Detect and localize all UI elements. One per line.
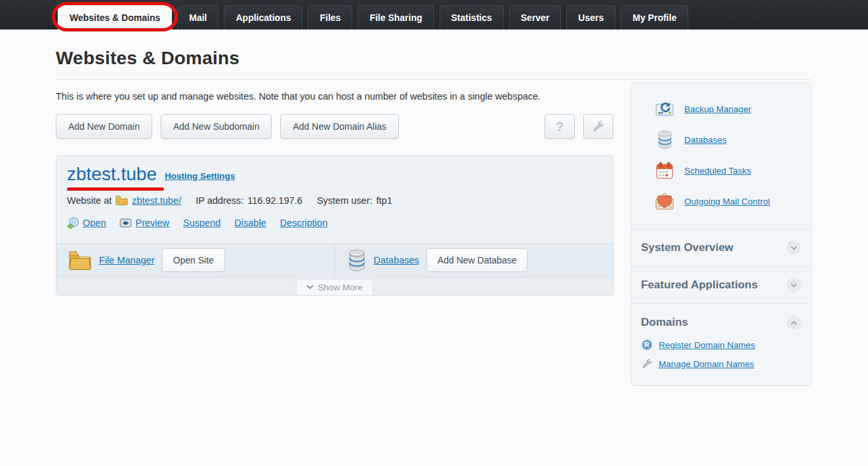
ip-address-label: IP address: [196, 195, 243, 206]
chevron-down-icon [791, 283, 797, 288]
file-manager-link[interactable]: File Manager [99, 255, 155, 265]
tab-label: File Sharing [369, 12, 422, 23]
add-new-domain-alias-button[interactable]: Add New Domain Alias [280, 114, 398, 139]
collapse-button[interactable] [787, 315, 801, 330]
settings-button[interactable] [583, 114, 613, 139]
tab-users[interactable]: Users [566, 5, 615, 29]
tab-file-sharing[interactable]: File Sharing [358, 5, 434, 29]
show-more-label: Show More [318, 282, 362, 292]
manage-domain-names-link[interactable]: Manage Domain Names [659, 359, 754, 369]
tab-server[interactable]: Server [509, 5, 562, 29]
add-new-domain-button[interactable]: Add New Domain [56, 114, 152, 139]
quick-links-panel: Backup Manager Databases Scheduled Tasks [631, 83, 811, 229]
folder-icon [115, 195, 128, 205]
tab-my-profile[interactable]: My Profile [621, 5, 688, 29]
section-title: Domains [641, 316, 688, 329]
outgoing-mail-control-link[interactable]: Outgoing Mail Control [684, 197, 770, 206]
open-site-button[interactable]: Open Site [162, 248, 225, 272]
tab-label: Server [521, 12, 550, 23]
manage-domain-names-item: Manage Domain Names [641, 358, 801, 370]
system-user-label: System user: [317, 195, 373, 206]
hosting-settings-link[interactable]: Hosting Settings [165, 171, 235, 181]
chevron-down-icon [306, 284, 314, 290]
tab-applications[interactable]: Applications [224, 5, 302, 29]
section-domains: Domains R Register Domain Names [631, 303, 811, 385]
tab-label: My Profile [632, 12, 676, 23]
databases-link[interactable]: Databases [684, 135, 727, 145]
ip-address-value: 116.92.197.6 [247, 195, 302, 206]
section-title: Featured Applications [641, 279, 758, 292]
page-title: Websites & Domains [56, 48, 811, 80]
database-icon [655, 130, 674, 149]
domain-tools-row: File Manager Open Site Databases Add New… [56, 243, 613, 277]
file-manager-section: File Manager Open Site [56, 244, 335, 277]
register-domain-names-item: R Register Domain Names [641, 339, 801, 351]
domain-card-header: zbtest.tube Hosting Settings Website at … [56, 156, 613, 243]
tab-statistics[interactable]: Statistics [440, 5, 504, 29]
tab-label: Applications [236, 12, 291, 23]
toolbar: Add New Domain Add New Subdomain Add New… [56, 114, 613, 139]
tab-label: Users [578, 12, 604, 23]
backup-manager-link[interactable]: Backup Manager [684, 104, 751, 114]
databases-link[interactable]: Databases [374, 255, 419, 265]
tab-websites-domains[interactable]: Websites & Domains [58, 5, 172, 29]
open-link[interactable]: Open [83, 218, 106, 228]
website-info-row: Website at zbtest.tube/ IP address: 116.… [67, 195, 602, 206]
add-new-database-button[interactable]: Add New Database [426, 248, 528, 272]
section-featured-applications: Featured Applications [631, 266, 811, 303]
tab-label: Statistics [451, 12, 492, 23]
system-user-value: ftp1 [377, 195, 392, 206]
big-folder-icon [68, 250, 92, 271]
wrench-icon [591, 119, 606, 134]
databases-section: Databases Add New Database [335, 244, 613, 277]
add-new-subdomain-button[interactable]: Add New Subdomain [161, 114, 272, 139]
sidebar: Backup Manager Databases Scheduled Tasks [630, 83, 812, 386]
chevron-up-icon [791, 320, 797, 325]
section-title: System Overview [641, 241, 734, 254]
domain-actions-row: Open Preview Suspend Disable Description [67, 217, 602, 229]
tab-files[interactable]: Files [308, 5, 352, 29]
show-more-button[interactable]: Show More [296, 279, 373, 295]
webroot-link[interactable]: zbtest.tube/ [132, 195, 181, 206]
domain-name-link[interactable]: zbtest.tube [67, 165, 157, 185]
quick-link-databases: Databases [655, 130, 803, 149]
main-content: Websites & Domains This is where you set… [56, 48, 613, 386]
quick-link-outgoing-mail: Outgoing Mail Control [655, 191, 803, 211]
quick-link-scheduled-tasks: Scheduled Tasks [655, 161, 803, 180]
domain-card: zbtest.tube Hosting Settings Website at … [56, 155, 613, 296]
tab-label: Websites & Domains [70, 12, 160, 23]
suspend-link[interactable]: Suspend [183, 218, 220, 228]
annotation-red-underline [67, 187, 164, 191]
mail-icon [655, 191, 674, 211]
page-description: This is where you set up and manage webs… [56, 91, 613, 102]
wrench-icon [641, 358, 653, 370]
preview-icon [119, 218, 132, 228]
website-at-label: Website at [67, 195, 112, 206]
section-system-overview: System Overview [631, 229, 811, 266]
open-globe-icon [67, 217, 79, 229]
calendar-icon [655, 161, 674, 180]
database-icon [347, 248, 367, 272]
domain-card-footer: Show More [56, 277, 613, 295]
chevron-down-icon [791, 246, 797, 250]
register-domain-names-link[interactable]: Register Domain Names [659, 340, 755, 350]
tab-label: Files [320, 12, 341, 23]
registrar-icon: R [641, 339, 653, 351]
description-link[interactable]: Description [280, 218, 328, 228]
disable-link[interactable]: Disable [234, 218, 266, 228]
preview-link[interactable]: Preview [135, 218, 169, 228]
expand-button[interactable] [787, 241, 801, 255]
top-navigation: Websites & Domains Mail Applications Fil… [0, 0, 868, 29]
tab-mail[interactable]: Mail [177, 5, 218, 29]
help-button[interactable]: ? [545, 114, 575, 139]
quick-link-backup-manager: Backup Manager [655, 99, 803, 119]
backup-icon [655, 99, 674, 119]
question-icon: ? [556, 119, 564, 134]
tab-label: Mail [189, 12, 207, 23]
scheduled-tasks-link[interactable]: Scheduled Tasks [684, 166, 751, 176]
expand-button[interactable] [787, 278, 801, 292]
